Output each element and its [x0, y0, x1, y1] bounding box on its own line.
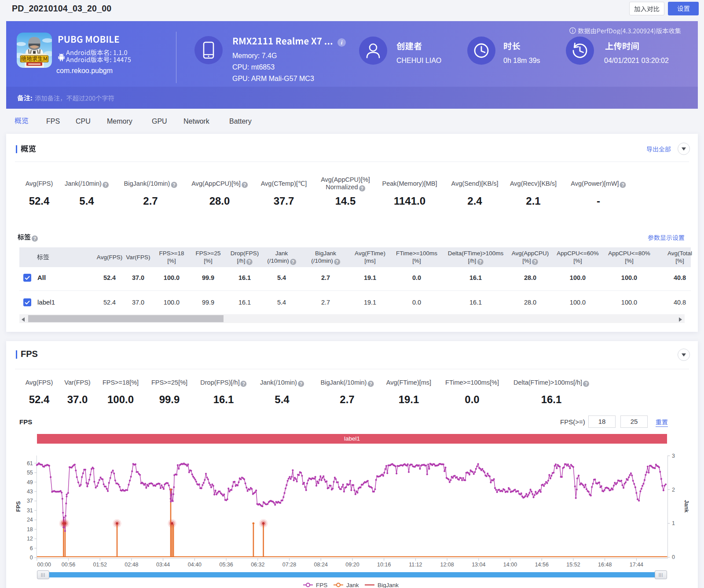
svg-text:13:04: 13:04	[472, 562, 485, 568]
svg-text:00:56: 00:56	[62, 562, 75, 568]
svg-text:31: 31	[27, 507, 33, 514]
svg-text:3: 3	[672, 453, 675, 459]
svg-text:Jank: Jank	[683, 500, 689, 513]
svg-text:17:44: 17:44	[630, 562, 643, 568]
svg-text:12: 12	[27, 536, 33, 542]
svg-text:05:36: 05:36	[219, 562, 233, 568]
svg-text:08:24: 08:24	[314, 562, 328, 568]
svg-text:16:48: 16:48	[598, 562, 612, 568]
svg-text:FPS: FPS	[316, 582, 327, 588]
svg-text:09:20: 09:20	[345, 562, 359, 568]
svg-text:02:48: 02:48	[125, 562, 138, 568]
svg-text:6: 6	[30, 545, 33, 551]
svg-text:1: 1	[672, 520, 675, 526]
svg-text:55: 55	[27, 470, 33, 476]
svg-text:04:40: 04:40	[188, 562, 202, 568]
svg-text:43: 43	[27, 489, 33, 495]
svg-text:0: 0	[672, 554, 675, 560]
svg-text:12:08: 12:08	[440, 562, 454, 568]
svg-text:61: 61	[27, 460, 33, 467]
svg-text:0: 0	[30, 555, 33, 561]
svg-text:07:28: 07:28	[282, 562, 296, 568]
svg-text:14:56: 14:56	[535, 562, 549, 568]
svg-text:15:52: 15:52	[566, 562, 580, 568]
svg-text:BigJank: BigJank	[378, 582, 399, 588]
svg-text:FPS: FPS	[15, 501, 22, 512]
svg-text:10:16: 10:16	[377, 562, 391, 568]
svg-text:49: 49	[27, 479, 33, 485]
svg-text:11:12: 11:12	[409, 562, 422, 568]
svg-text:03:44: 03:44	[156, 562, 170, 568]
svg-text:Jank: Jank	[346, 582, 359, 588]
svg-text:37: 37	[27, 498, 33, 504]
svg-text:14:00: 14:00	[503, 562, 517, 568]
svg-text:01:52: 01:52	[93, 562, 107, 568]
svg-text:18: 18	[27, 526, 33, 533]
svg-text:06:32: 06:32	[251, 562, 264, 568]
svg-text:24: 24	[27, 517, 33, 523]
svg-text:00:00: 00:00	[37, 562, 51, 568]
svg-text:2: 2	[672, 487, 675, 493]
